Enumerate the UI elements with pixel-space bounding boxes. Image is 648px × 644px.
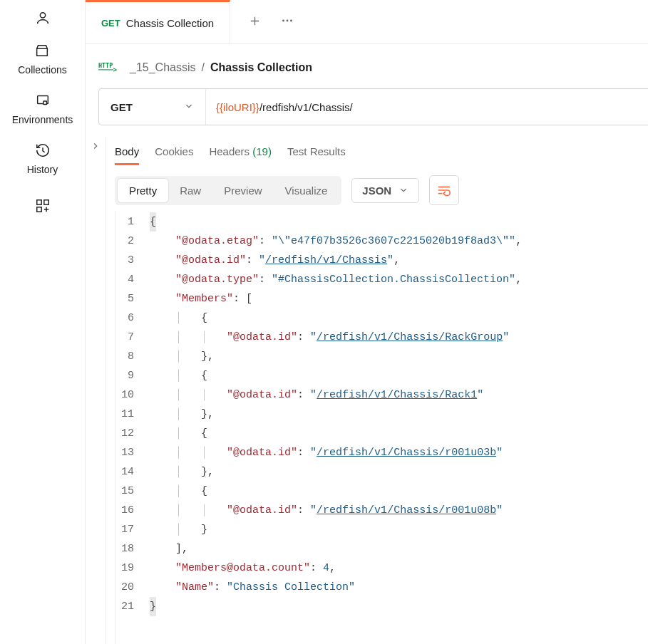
response-body-viewer[interactable]: 123456789101112131415161718192021 { "@od…: [115, 211, 648, 644]
plus-icon: [249, 15, 261, 27]
svg-rect-5: [36, 207, 41, 212]
response-tab-headers[interactable]: Headers (19): [209, 140, 272, 165]
breadcrumb: HTTP _15_Chassis / Chassis Collection: [98, 60, 312, 76]
sidebar-item-label: Environments: [12, 114, 73, 125]
collapse-response-button[interactable]: [86, 137, 106, 644]
chevron-down-icon: [184, 101, 194, 113]
svg-rect-3: [36, 200, 41, 204]
wrap-lines-button[interactable]: [429, 175, 459, 205]
view-mode-segmented: Pretty Raw Preview Visualize: [115, 176, 341, 205]
user-icon: [35, 10, 51, 26]
breadcrumb-folder[interactable]: _15_Chassis: [130, 61, 196, 74]
response-tab-headers-count: (19): [252, 145, 272, 157]
url-input[interactable]: {{iloURI}}/redfish/v1/Chassis/: [206, 89, 648, 125]
url-path: /redfish/v1/Chassis/: [259, 101, 353, 113]
new-tab-button[interactable]: [249, 15, 261, 29]
view-mode-preview[interactable]: Preview: [212, 179, 273, 202]
language-select-value: JSON: [362, 185, 391, 197]
environments-icon: [35, 93, 51, 108]
url-variable: {{iloURI}}: [216, 101, 259, 113]
tab-method-label: GET: [101, 18, 120, 28]
svg-rect-2: [43, 101, 46, 105]
request-tab-active[interactable]: GET Chassis Collection: [86, 0, 230, 43]
view-mode-pretty[interactable]: Pretty: [118, 179, 168, 202]
sidebar-item-label: History: [27, 164, 58, 175]
view-mode-visualize[interactable]: Visualize: [274, 179, 339, 202]
chevron-down-icon: [398, 185, 408, 195]
svg-point-0: [40, 13, 45, 18]
sidebar-item-label: Collections: [18, 64, 66, 76]
method-select[interactable]: GET: [99, 89, 206, 125]
http-badge-icon: HTTP: [98, 60, 118, 76]
chevron-right-icon: [91, 141, 101, 151]
sidebar-item-history[interactable]: History: [27, 142, 58, 175]
svg-point-7: [287, 20, 289, 22]
method-select-value: GET: [110, 101, 133, 113]
response-tab-headers-label: Headers: [209, 145, 250, 157]
response-tab-test-results[interactable]: Test Results: [287, 140, 346, 165]
svg-text:HTTP: HTTP: [98, 62, 113, 69]
response-tab-cookies[interactable]: Cookies: [155, 140, 193, 165]
svg-rect-4: [43, 200, 48, 204]
tab-title: Chassis Collection: [126, 17, 214, 29]
language-select[interactable]: JSON: [351, 178, 419, 203]
sidebar-item-profile[interactable]: [35, 10, 51, 26]
svg-point-8: [290, 20, 292, 22]
history-icon: [35, 142, 51, 158]
view-mode-raw[interactable]: Raw: [168, 179, 212, 202]
sidebar-item-environments[interactable]: Environments: [12, 93, 73, 125]
breadcrumb-current: Chassis Collection: [210, 61, 312, 74]
sidebar-item-new[interactable]: [35, 198, 51, 216]
more-horizontal-icon: [279, 13, 295, 28]
grid-plus-icon: [35, 198, 51, 214]
response-tab-body[interactable]: Body: [115, 140, 139, 165]
sidebar-item-collections[interactable]: Collections: [18, 43, 66, 76]
collections-icon: [34, 43, 50, 58]
tab-overflow-button[interactable]: [279, 13, 295, 31]
line-number-gutter: 123456789101112131415161718192021: [115, 211, 144, 644]
svg-point-6: [282, 20, 284, 22]
wrap-icon: [436, 182, 452, 198]
response-body-source: { "@odata.etag": "\"e47f07b3526c3607c221…: [144, 211, 522, 644]
breadcrumb-separator: /: [202, 61, 205, 74]
